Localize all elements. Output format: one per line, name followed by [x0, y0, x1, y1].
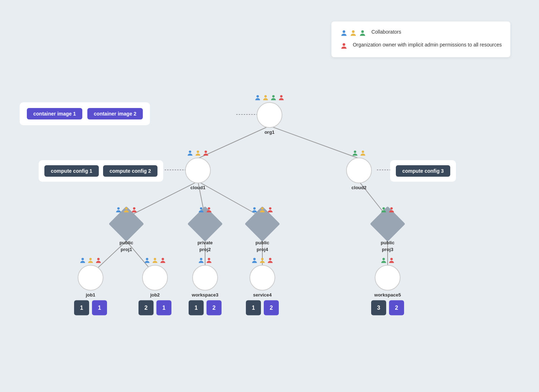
job1-badge-purple: 1 [92, 300, 107, 315]
cloud2-label: cloud2 [351, 185, 366, 190]
legend-collaborators-row: Collaborators [340, 29, 502, 37]
workspace3-label: workspace3 [192, 292, 218, 298]
svg-point-48 [383, 258, 385, 260]
svg-point-46 [261, 258, 264, 260]
svg-point-16 [361, 30, 364, 33]
svg-point-24 [205, 151, 207, 153]
workspace3-node: workspace3 1 2 [189, 257, 222, 315]
svg-point-42 [162, 258, 164, 260]
svg-point-21 [280, 95, 283, 98]
svg-point-31 [208, 207, 210, 210]
proj2-name: proj2 [198, 247, 213, 252]
cloud1-node: cloud1 [185, 150, 211, 190]
job1-node: job1 1 1 [74, 257, 107, 315]
service4-label: service4 [253, 292, 272, 298]
svg-point-18 [257, 95, 259, 98]
compute-config-box-1: compute config 1 compute config 2 [39, 160, 163, 182]
proj1-node: public public proj1 proj1 [114, 206, 139, 252]
svg-point-22 [189, 151, 191, 153]
container-images-box: container image 1 container image 2 [20, 102, 150, 125]
svg-point-27 [117, 207, 120, 210]
legend-collaborator-icons [340, 29, 366, 37]
org1-label: org1 [264, 129, 275, 135]
svg-point-39 [97, 258, 100, 260]
workspace3-badge-dark: 1 [189, 300, 204, 315]
org1-node: org1 [254, 94, 285, 135]
proj1-name: proj1 [120, 247, 133, 252]
svg-point-44 [208, 258, 210, 260]
svg-point-29 [133, 207, 136, 210]
cloud2-node: cloud2 [346, 150, 372, 190]
svg-point-17 [343, 43, 345, 46]
svg-point-28 [125, 207, 128, 210]
compute-config-3-badge: compute config 3 [396, 165, 450, 177]
svg-point-47 [269, 258, 272, 260]
svg-point-19 [264, 95, 267, 98]
legend-org-owner-row: Organization owner with implicit admin p… [340, 41, 502, 50]
job2-badge-purple: 1 [156, 300, 171, 315]
job2-label: job2 [150, 292, 160, 298]
svg-point-33 [261, 207, 264, 210]
workspace5-badge-dark: 3 [371, 300, 386, 315]
service4-node: service4 1 2 [246, 257, 279, 315]
service4-badge-dark: 1 [246, 300, 261, 315]
svg-point-25 [354, 151, 356, 153]
proj2-node: private proj2 [193, 206, 218, 252]
job2-badge-dark: 2 [139, 300, 154, 315]
svg-point-49 [390, 258, 393, 260]
compute-config-1-badge: compute config 1 [44, 165, 99, 177]
svg-point-23 [197, 151, 199, 153]
svg-point-36 [390, 207, 393, 210]
legend-collaborators-label: Collaborators [372, 29, 401, 36]
compute-config-2-badge: compute config 2 [103, 165, 157, 177]
tree-diagram: Collaborators Organization owner with im… [0, 0, 539, 392]
legend-org-owner-label: Organization owner with implicit admin p… [353, 41, 502, 49]
workspace5-node: workspace5 3 2 [371, 257, 404, 315]
job2-node: job2 2 1 [139, 257, 171, 315]
connector-lines [0, 0, 539, 392]
svg-point-37 [82, 258, 84, 260]
legend-panel: Collaborators Organization owner with im… [331, 21, 510, 57]
compute-config-box-3: compute config 3 [390, 160, 456, 182]
workspace5-badge-purple: 2 [389, 300, 404, 315]
svg-point-45 [253, 258, 256, 260]
svg-point-14 [343, 30, 345, 33]
svg-point-32 [253, 207, 256, 210]
container-image-2-badge: container image 2 [87, 108, 143, 119]
svg-point-20 [272, 95, 275, 98]
workspace3-badge-purple: 2 [207, 300, 222, 315]
svg-point-35 [383, 207, 385, 210]
svg-point-41 [154, 258, 156, 260]
svg-point-26 [362, 151, 364, 153]
proj3-node: public proj3 [375, 206, 400, 252]
svg-point-38 [89, 258, 92, 260]
svg-point-40 [146, 258, 149, 260]
proj4-node: public proj4 [250, 206, 275, 252]
svg-point-30 [200, 207, 203, 210]
svg-point-15 [352, 30, 354, 33]
service4-badge-purple: 2 [264, 300, 279, 315]
job1-badge-dark: 1 [74, 300, 89, 315]
container-image-1-badge: container image 1 [27, 108, 82, 119]
svg-point-43 [200, 258, 203, 260]
legend-org-owner-icon [340, 42, 348, 50]
job1-label: job1 [86, 292, 96, 298]
svg-point-34 [269, 207, 272, 210]
proj3-name: proj3 [381, 247, 394, 252]
workspace5-label: workspace5 [374, 292, 401, 298]
cloud1-label: cloud1 [190, 185, 205, 190]
proj4-name: proj4 [256, 247, 269, 252]
